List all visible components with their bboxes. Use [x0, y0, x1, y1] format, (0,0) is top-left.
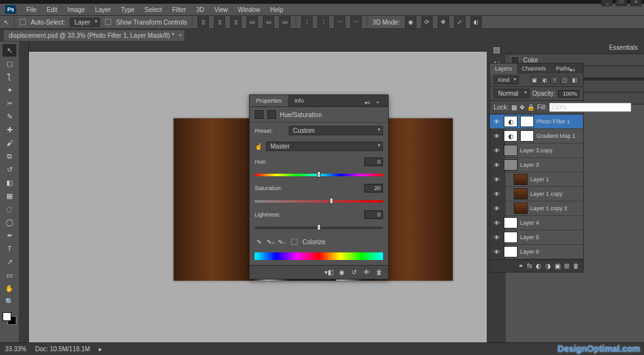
3d-4-icon[interactable]: ⤢: [454, 16, 465, 28]
menu-type[interactable]: Type: [117, 5, 138, 14]
workspace-switcher[interactable]: Essentials: [506, 42, 644, 54]
menu-select[interactable]: Select: [141, 5, 166, 14]
document-tab[interactable]: displacement.psd @ 33.3% (Photo Filter 1…: [4, 30, 184, 41]
visibility-icon[interactable]: 👁: [492, 147, 501, 154]
close-button[interactable]: ×: [630, 0, 641, 6]
path-tool[interactable]: ↗: [3, 256, 16, 268]
gradient-tool[interactable]: ▦: [3, 189, 16, 202]
layer-row[interactable]: 👁Layer 5: [490, 230, 583, 245]
3d-5-icon[interactable]: ◐: [470, 16, 482, 28]
align-top-icon[interactable]: ▭: [247, 16, 258, 28]
heal-tool[interactable]: ✚: [3, 123, 16, 136]
layer-row[interactable]: 👁Layer 0: [490, 245, 583, 259]
align-left-icon[interactable]: ▯: [197, 16, 209, 28]
auto-select-target[interactable]: Layer: [70, 18, 99, 27]
maximize-button[interactable]: □: [616, 0, 627, 6]
visibility-icon[interactable]: 👁: [492, 249, 501, 256]
menu-view[interactable]: View: [211, 5, 232, 14]
lightness-input[interactable]: [364, 210, 383, 219]
pen-tool[interactable]: ✒: [3, 229, 16, 242]
tab-layers[interactable]: Layers: [490, 64, 517, 74]
wand-tool[interactable]: ✦: [3, 84, 16, 96]
saturation-input[interactable]: [364, 184, 383, 193]
blend-mode-dropdown[interactable]: Normal: [494, 89, 530, 98]
view-previous-icon[interactable]: ◉: [336, 268, 347, 278]
align-bottom-icon[interactable]: ▭: [279, 16, 291, 28]
eyedropper-set-icon[interactable]: ✎: [255, 237, 264, 246]
align-center-icon[interactable]: ▯: [214, 16, 225, 28]
move-tool[interactable]: ↖: [3, 44, 16, 57]
visibility-icon[interactable]: 👁: [492, 234, 501, 241]
layer-row[interactable]: 👁◐Gradient Map 1: [490, 129, 583, 144]
new-adj-icon[interactable]: ◑: [545, 262, 551, 269]
filter-kind-dropdown[interactable]: Kind: [494, 76, 519, 84]
filter-pixel-icon[interactable]: ▣: [530, 76, 539, 84]
layer-row[interactable]: 👁◐Photo Filter 1: [490, 115, 583, 129]
visibility-icon[interactable]: 👁: [492, 162, 501, 169]
distribute-2-icon[interactable]: ⋮: [318, 16, 329, 28]
tab-properties[interactable]: Properties: [250, 95, 288, 106]
layer-fx-icon[interactable]: fx: [527, 262, 532, 269]
filter-smart-icon[interactable]: ◧: [570, 76, 579, 84]
3d-3-icon[interactable]: ✥: [438, 16, 449, 28]
visibility-icon[interactable]: 👁: [492, 118, 501, 125]
layer-row[interactable]: 👁Layer 3: [490, 158, 583, 172]
align-middle-icon[interactable]: ▭: [263, 16, 274, 28]
layer-row[interactable]: 👁Layer 1 copy: [490, 187, 583, 201]
eyedropper-add-icon[interactable]: ✎₊: [266, 237, 275, 246]
colorize-checkbox[interactable]: [291, 239, 297, 245]
lock-position-icon[interactable]: ✥: [519, 104, 525, 111]
menu-edit[interactable]: Edit: [43, 5, 61, 14]
layer-row[interactable]: 👁Layer 1: [490, 172, 583, 187]
filter-type-icon[interactable]: T: [550, 76, 559, 84]
eyedropper-sub-icon[interactable]: ✎₋: [277, 237, 286, 246]
layer-row[interactable]: 👁Layer 4: [490, 216, 583, 230]
layer-mask-icon[interactable]: ◐: [536, 262, 541, 269]
history-icon[interactable]: ▤: [493, 45, 500, 54]
shape-tool[interactable]: ▭: [3, 269, 16, 281]
distribute-3-icon[interactable]: ⋯: [334, 16, 345, 28]
layers-menu-icon[interactable]: ▾≡: [565, 65, 580, 75]
foreground-color[interactable]: [3, 312, 11, 321]
visibility-icon[interactable]: 👁: [492, 205, 501, 212]
menu-3d[interactable]: 3D: [192, 5, 208, 14]
color-swatches[interactable]: [3, 312, 16, 325]
lightness-slider[interactable]: [255, 225, 383, 230]
show-transform-checkbox[interactable]: [105, 19, 111, 25]
visibility-icon[interactable]: 👁: [492, 220, 501, 227]
lock-all-icon[interactable]: 🔒: [527, 104, 535, 111]
zoom-tool[interactable]: 🔍: [3, 295, 16, 308]
hue-input[interactable]: [364, 157, 383, 166]
visibility-icon[interactable]: 👁: [492, 176, 501, 183]
menu-window[interactable]: Window: [234, 5, 264, 14]
finger-icon[interactable]: ☝: [255, 143, 262, 150]
filter-adj-icon[interactable]: ◐: [540, 76, 549, 84]
layer-row[interactable]: 👁Layer 1 copy 2: [490, 201, 583, 216]
minimize-button[interactable]: _: [601, 0, 613, 6]
3d-2-icon[interactable]: ⟳: [421, 16, 433, 28]
hue-slider[interactable]: [255, 172, 383, 178]
clip-to-layer-icon[interactable]: ▾◧: [324, 268, 334, 278]
visibility-icon[interactable]: 👁: [492, 191, 501, 198]
visibility-icon[interactable]: 👁: [492, 133, 501, 140]
brush-tool[interactable]: 🖌: [3, 137, 16, 149]
toggle-visibility-icon[interactable]: 👁: [362, 268, 372, 278]
reset-icon[interactable]: ↺: [349, 268, 359, 278]
panel-collapse-icon[interactable]: «: [370, 97, 386, 108]
stamp-tool[interactable]: ⧉: [3, 150, 16, 162]
close-tab-icon[interactable]: ×: [179, 32, 182, 38]
new-layer-icon[interactable]: ⊞: [564, 262, 569, 269]
align-right-icon[interactable]: ▯: [230, 16, 242, 28]
menu-layer[interactable]: Layer: [91, 5, 114, 14]
menu-image[interactable]: Image: [64, 5, 89, 14]
doc-size[interactable]: Doc: 10.5M/118.1M: [35, 346, 90, 352]
saturation-slider[interactable]: [255, 199, 383, 204]
preset-dropdown[interactable]: Custom: [289, 126, 383, 135]
eyedropper-tool[interactable]: ✎: [3, 110, 16, 123]
fill-input[interactable]: [549, 103, 631, 112]
crop-tool[interactable]: ✂: [3, 97, 16, 110]
filter-shape-icon[interactable]: ▢: [560, 76, 569, 84]
marquee-tool[interactable]: ▢: [3, 57, 16, 70]
dodge-tool[interactable]: ◯: [3, 216, 16, 228]
distribute-1-icon[interactable]: ⋮: [301, 16, 313, 28]
